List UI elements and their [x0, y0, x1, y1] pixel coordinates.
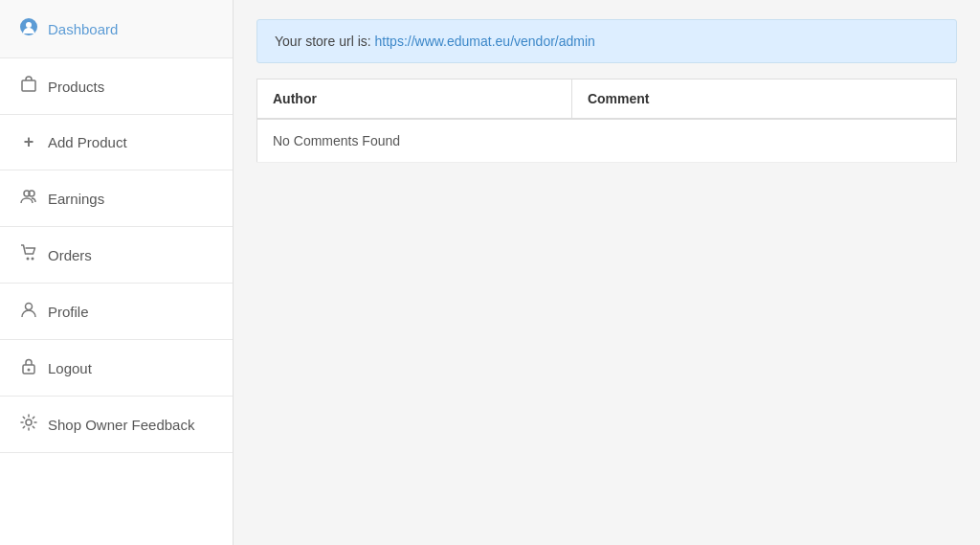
- main-content: Your store url is: https://www.edumat.eu…: [234, 0, 980, 545]
- svg-point-9: [28, 369, 31, 372]
- svg-point-7: [26, 304, 33, 310]
- sidebar-item-shop-owner-feedback[interactable]: Shop Owner Feedback: [0, 397, 233, 453]
- sidebar-item-earnings[interactable]: Earnings: [0, 170, 233, 227]
- comment-column-header: Comment: [571, 79, 956, 120]
- sidebar-item-add-product-label: Add Product: [48, 134, 127, 150]
- person-icon: [19, 301, 38, 322]
- sidebar-item-shop-owner-feedback-label: Shop Owner Feedback: [48, 417, 194, 433]
- plus-icon: +: [19, 132, 38, 152]
- sidebar-item-logout-label: Logout: [48, 360, 92, 376]
- earnings-icon: [19, 188, 38, 209]
- sidebar-item-profile-label: Profile: [48, 304, 89, 320]
- svg-point-5: [27, 258, 30, 261]
- sidebar: Dashboard Products + Add Product Earning…: [0, 0, 234, 545]
- sidebar-item-logout[interactable]: Logout: [0, 340, 233, 397]
- sidebar-item-add-product[interactable]: + Add Product: [0, 115, 233, 170]
- lock-icon: [19, 357, 38, 378]
- sidebar-item-profile[interactable]: Profile: [0, 284, 233, 340]
- svg-rect-2: [22, 80, 35, 91]
- table-row: No Comments Found: [257, 119, 957, 163]
- cart-icon: [19, 244, 38, 265]
- sidebar-item-dashboard[interactable]: Dashboard: [0, 0, 233, 58]
- no-comments-message: No Comments Found: [257, 119, 957, 163]
- store-url-link[interactable]: https://www.edumat.eu/vendor/admin: [375, 34, 595, 49]
- sidebar-item-orders[interactable]: Orders: [0, 227, 233, 284]
- sidebar-item-earnings-label: Earnings: [48, 191, 104, 207]
- svg-point-6: [32, 258, 34, 261]
- sidebar-item-dashboard-label: Dashboard: [48, 21, 118, 37]
- svg-point-10: [26, 420, 32, 425]
- svg-point-1: [26, 22, 32, 28]
- comments-table: Author Comment No Comments Found: [256, 79, 957, 163]
- gear-icon: [19, 414, 38, 435]
- sidebar-item-products-label: Products: [48, 79, 104, 95]
- sidebar-item-orders-label: Orders: [48, 247, 92, 263]
- dashboard-icon: [19, 17, 38, 40]
- sidebar-item-products[interactable]: Products: [0, 58, 233, 115]
- store-url-banner: Your store url is: https://www.edumat.eu…: [256, 19, 957, 63]
- store-url-prefix: Your store url is:: [275, 34, 371, 49]
- author-column-header: Author: [257, 79, 572, 120]
- bag-icon: [19, 76, 38, 97]
